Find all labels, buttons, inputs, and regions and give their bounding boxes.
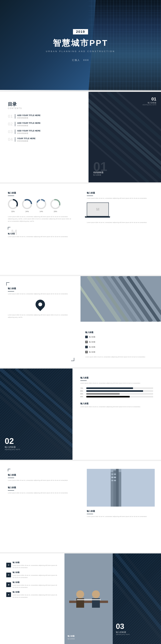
bar-track-2 [86, 390, 153, 392]
check-text-1: 输入标题 [89, 336, 95, 338]
check-text-4: 输入标题 [89, 351, 95, 353]
s7-item-2: ✕ 输入标题 Lorem ipsum dolor sit am et, cons… [6, 571, 58, 579]
contents-num-4: 04 [8, 137, 15, 142]
contents-divider-4 [15, 137, 15, 142]
slide-5: 02 输入的标题 adjusting pony, sed lis 输入标题 Lo… [0, 368, 161, 460]
slide4-right: 输入标题 ✓ 输入标题 ✗ 输入标题 ✓ 输入标题 ✗ 输入标题 Lorem i… [80, 276, 161, 367]
check-body: Lorem ipsum dolor sit am et, consectetur… [85, 356, 156, 358]
contents-item-3: 03 ADD YOUR TITLE HERE 添加你的副标题 [8, 130, 81, 134]
s3-title: 输入标题 [8, 192, 73, 194]
lb-tr [107, 202, 109, 204]
cover-main-title: 智慧城市PPT [53, 38, 108, 48]
contents-sub-3: 添加你的副标题 [17, 132, 81, 134]
contents-badge: 01 输入的标题 adjusting pony, sed lis [142, 96, 156, 106]
bar-chart: 70% 85% 50% 65% [80, 388, 153, 398]
s3r-title: 输入标题 [87, 192, 155, 194]
s6l-extra-body: Lorem ipsum dolor sit am et, consectetur… [8, 492, 73, 494]
slide-4: 输入标题 Lorem ipsum dolor sit am et, consec… [0, 276, 161, 367]
s3r-body2: Lorem ipsum dolor sit am et, consectetur… [87, 222, 155, 224]
slide7-right-dark: 03 输入的标题 adjusting pony, sed lis [113, 554, 161, 644]
contents-title-1: ADD YOUR TITLE HERE [17, 114, 81, 116]
svg-rect-67 [111, 477, 113, 478]
contents-slide-cn: 你的副标题 [93, 171, 104, 174]
check-item-2: ✗ 输入标题 [85, 341, 156, 343]
s7-photo-label: 输入标题 输入副标题 [68, 635, 75, 640]
contents-divider-2 [15, 122, 15, 126]
s5-title: 输入标题 [80, 376, 153, 379]
contents-divider-3 [15, 130, 15, 134]
check-icon-1: ✓ [85, 336, 88, 338]
s6l-extra-title: 输入标题 [8, 486, 73, 489]
contents-text-2: ADD YOUR TITLE HERE 添加你的副标题 [17, 122, 81, 127]
pie-item-3: 14% [36, 199, 46, 212]
s4l-title: 输入标题 [8, 287, 73, 290]
s4l-divider [8, 291, 14, 292]
contents-num-1: 01 [8, 114, 15, 118]
star-icon: ★ [6, 582, 11, 587]
svg-rect-70 [114, 480, 116, 481]
slide6-right: 输入标题 Lorem ipsum dolor sit am et, consec… [80, 461, 161, 552]
s5-extra: 输入标题 Lorem ipsum dolor sit am et, consec… [80, 402, 153, 408]
contents-divider-1 [15, 114, 15, 118]
contents-sub-2: 添加你的副标题 [17, 124, 81, 127]
contents-item-2: 02 ADD YOUR TITLE HERE 添加你的副标题 [8, 122, 81, 127]
laptop-base [85, 216, 110, 218]
s6r-body: Lorem ipsum dolor sit am et, consectetur… [87, 516, 155, 518]
cross-icon: ✕ [6, 572, 11, 577]
slide5-section-num: 02 输入的标题 adjusting pony, sed lis [5, 437, 20, 450]
check-icon-3: ✓ [85, 346, 88, 348]
bar-row-3: 50% [80, 393, 153, 395]
pie-label-2: 24% [22, 210, 32, 212]
check-item-1: ✓ 输入标题 [85, 336, 156, 338]
contents-num-2: 02 [8, 122, 15, 126]
pin-inner [38, 302, 42, 306]
bar-track-1 [86, 388, 153, 389]
s7-item-3: ★ 输入标题 Lorem ipsum dolor sit am et, cons… [6, 581, 58, 589]
building-lines-1 [80, 276, 161, 322]
contents-sub-1: 添加你的副标题 [17, 117, 81, 119]
section3-cn: 输入的标题 [116, 631, 130, 634]
pie-item-1: 33% [8, 199, 18, 212]
contents-title-4: YOUR TITLE HERE [17, 137, 81, 140]
cover-sub-title: URBAN PLANNING AND CONSTRUCTION [46, 50, 115, 52]
section3-en: adjusting pony, sed lis [116, 634, 130, 635]
cover-presenter: 汇报人 XXX [72, 59, 89, 62]
section2-cn: 输入的标题 [5, 446, 20, 448]
s6l-extra-divider [8, 490, 14, 490]
laptop-m-letter: M [96, 207, 99, 212]
section-badge-en: adjusting pony, sed lis [142, 104, 156, 106]
contents-title-3: ADD YOUR TITLE HERE [17, 130, 81, 132]
s3-body: Lorem ipsum dolor sit am et, consectetur… [8, 216, 73, 222]
svg-rect-73 [64, 554, 113, 644]
bar-row-2: 85% [80, 390, 153, 392]
s6r-title: 输入标题 [87, 510, 155, 512]
svg-rect-69 [111, 480, 113, 481]
s3r-body: Lorem ipsum dolor sit am et, consectetur… [87, 197, 155, 199]
s6l-divider [8, 478, 14, 478]
s7-text-2: 输入标题 Lorem ipsum dolor sit am et, consec… [12, 571, 58, 579]
plane-icon: ✈ [6, 563, 11, 568]
bar-fill-1 [86, 388, 133, 389]
pie-item-4: 29% [50, 199, 60, 212]
s5-body: Lorem ipsum dolor sit am et, consectetur… [80, 382, 153, 384]
contents-slide-en: 输入副标题 [93, 174, 104, 176]
pie-label-4: 29% [50, 210, 60, 212]
contents-num-3: 03 [8, 130, 15, 134]
s7-text-1: 输入标题 Lorem ipsum dolor sit am et, consec… [12, 561, 58, 569]
check-text-3: 输入标题 [89, 346, 95, 348]
s6l-title: 输入标题 [8, 474, 73, 476]
slide-6: 输入标题 Lorem ipsum dolor sit am et, consec… [0, 461, 161, 552]
bar-row-1: 70% [80, 388, 153, 389]
contents-en-title: CONTENTS [8, 107, 81, 110]
slide-contents: 目录 CONTENTS 01 ADD YOUR TITLE HERE 添加你的副… [0, 92, 161, 182]
bar-fill-4 [86, 396, 130, 398]
building-photo-2 [87, 469, 155, 506]
contents-text-3: ADD YOUR TITLE HERE 添加你的副标题 [17, 130, 81, 134]
s3-small-title: 输入标题 Lorem ipsum dolor sit am et, consec… [8, 230, 73, 238]
contents-header: 目录 CONTENTS [8, 101, 81, 110]
section3-badge: 03 [116, 622, 130, 630]
pin-icon [34, 298, 47, 311]
contents-left: 目录 CONTENTS 01 ADD YOUR TITLE HERE 添加你的副… [0, 92, 88, 182]
section-badge-num: 01 [142, 96, 156, 102]
cover-year: 2019 [73, 29, 88, 34]
